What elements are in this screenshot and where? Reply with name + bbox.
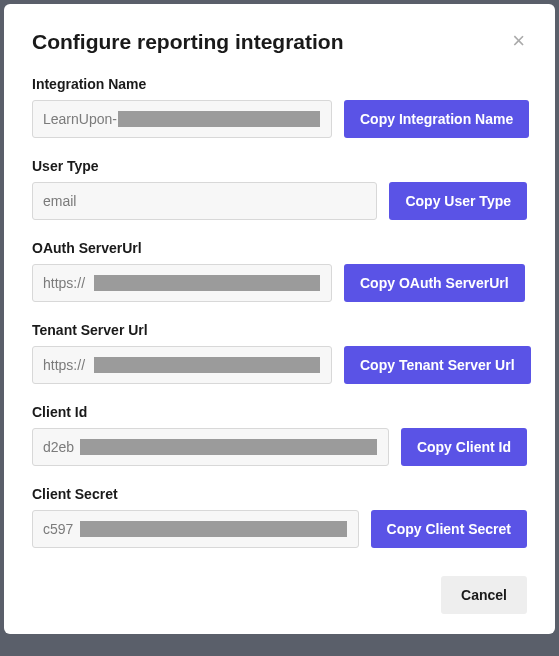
- copy-integration-name-button[interactable]: Copy Integration Name: [344, 100, 529, 138]
- modal-header: Configure reporting integration ×: [32, 30, 527, 54]
- copy-client-id-button[interactable]: Copy Client Id: [401, 428, 527, 466]
- user-type-input[interactable]: [32, 182, 377, 220]
- user-type-label: User Type: [32, 158, 527, 174]
- oauth-serverurl-input[interactable]: [32, 264, 332, 302]
- field-integration-name: Integration Name Copy Integration Name: [32, 76, 527, 138]
- field-client-id: Client Id Copy Client Id: [32, 404, 527, 466]
- client-id-input[interactable]: [32, 428, 389, 466]
- client-secret-input[interactable]: [32, 510, 359, 548]
- modal-footer: Cancel: [32, 576, 527, 614]
- tenant-server-url-input[interactable]: [32, 346, 332, 384]
- field-client-secret: Client Secret Copy Client Secret: [32, 486, 527, 548]
- integration-name-input[interactable]: [32, 100, 332, 138]
- oauth-serverurl-label: OAuth ServerUrl: [32, 240, 527, 256]
- field-tenant-server-url: Tenant Server Url Copy Tenant Server Url: [32, 322, 527, 384]
- integration-name-label: Integration Name: [32, 76, 527, 92]
- client-id-label: Client Id: [32, 404, 527, 420]
- client-secret-label: Client Secret: [32, 486, 527, 502]
- modal-title: Configure reporting integration: [32, 30, 343, 54]
- copy-client-secret-button[interactable]: Copy Client Secret: [371, 510, 527, 548]
- copy-tenant-server-url-button[interactable]: Copy Tenant Server Url: [344, 346, 531, 384]
- field-oauth-serverurl: OAuth ServerUrl Copy OAuth ServerUrl: [32, 240, 527, 302]
- tenant-server-url-label: Tenant Server Url: [32, 322, 527, 338]
- configure-reporting-modal: Configure reporting integration × Integr…: [4, 4, 555, 634]
- copy-oauth-serverurl-button[interactable]: Copy OAuth ServerUrl: [344, 264, 525, 302]
- field-user-type: User Type Copy User Type: [32, 158, 527, 220]
- cancel-button[interactable]: Cancel: [441, 576, 527, 614]
- close-icon[interactable]: ×: [510, 30, 527, 52]
- copy-user-type-button[interactable]: Copy User Type: [389, 182, 527, 220]
